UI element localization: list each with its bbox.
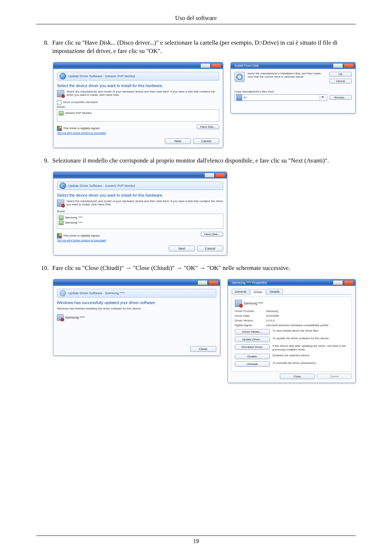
step-number: 9. <box>36 157 52 165</box>
dialog-title: Select the device driver you want to ins… <box>57 83 219 88</box>
titlebar: Samsung **** Properties <box>228 279 355 286</box>
cancel-button[interactable]: Cancel <box>317 374 352 379</box>
page-number: 19 <box>193 538 199 544</box>
rollback-driver-desc: If the device fails after updating the d… <box>273 344 348 352</box>
date-value: 4/14/2005 <box>266 314 279 317</box>
driver-details-desc: To view details about the driver files. <box>273 329 348 333</box>
list-item-text: Generic PnP Monitor <box>65 111 92 115</box>
close-button[interactable] <box>208 280 219 285</box>
breadcrumb-text: Update Driver Software - Generic PnP Mon… <box>68 74 135 78</box>
monitor-icon <box>59 111 64 115</box>
shield-icon <box>57 126 62 131</box>
update-driver-success-dialog: Update Driver Software - Samsung **** Wi… <box>53 279 220 356</box>
ifd-title: Install From Disk <box>232 64 259 67</box>
next-button[interactable]: Next <box>169 246 195 251</box>
update-driver-button[interactable]: Update Driver... <box>235 337 270 342</box>
floppy-icon <box>236 95 242 100</box>
dialog-hint: Select the manufacturer and model of you… <box>66 200 223 206</box>
device-icon <box>57 90 64 97</box>
disable-button[interactable]: Disable <box>235 354 270 359</box>
uninstall-desc: To uninstall the driver (Advanced). <box>273 361 348 365</box>
list-item[interactable]: Generic PnP Monitor <box>59 111 217 116</box>
device-icon <box>235 300 242 307</box>
dialog-title: Select the device driver you want to ins… <box>57 193 223 197</box>
step-number: 8. <box>36 39 52 56</box>
help-button[interactable] <box>333 63 343 68</box>
cancel-button[interactable]: Cancel <box>193 138 219 144</box>
close-button[interactable] <box>215 173 225 178</box>
breadcrumb: Update Driver Software - Generic PnP Mon… <box>57 181 223 190</box>
browse-button[interactable]: Browse... <box>329 95 352 100</box>
back-icon[interactable] <box>60 290 66 296</box>
version-value: 2.0.0.0 <box>266 319 275 322</box>
have-disk-button[interactable]: Have Disk... <box>197 124 219 129</box>
uninstall-button[interactable]: Uninstall <box>235 361 270 367</box>
close-button[interactable]: Close <box>280 374 315 379</box>
titlebar <box>53 172 227 178</box>
breadcrumb: Update Driver Software - Generic PnP Mon… <box>57 72 219 81</box>
driver-details-button[interactable]: Driver Details... <box>235 329 270 335</box>
copy-from-label: Copy manufacturer's files from: <box>234 90 352 93</box>
breadcrumb: Update Driver Software - Samsung **** <box>57 289 216 297</box>
list-item-text: Samsung **** <box>65 216 82 219</box>
back-icon[interactable] <box>60 73 66 79</box>
breadcrumb-text: Update Driver Software - Samsung **** <box>68 291 125 295</box>
monitor-icon <box>59 221 64 225</box>
next-button[interactable]: Next <box>165 138 191 144</box>
signer-label: Digital Signer: <box>235 324 266 327</box>
step-text: Fare clic su "Close (Chiudi)" → "Close (… <box>52 264 356 272</box>
shield-icon <box>57 233 62 238</box>
step-8: 8. Fare clic su "Have Disk... (Disco dri… <box>36 39 356 56</box>
back-icon[interactable] <box>60 182 66 189</box>
step-text: Fare clic su "Have Disk... (Disco driver… <box>52 39 356 56</box>
tab-general[interactable]: General <box>232 289 250 294</box>
minimize-button[interactable] <box>200 63 211 68</box>
device-icon <box>57 314 64 321</box>
props-title: Samsung **** Properties <box>229 281 267 284</box>
minimize-button[interactable] <box>204 173 215 178</box>
header-rule <box>36 24 356 24</box>
close-button[interactable]: Close <box>190 346 216 352</box>
list-item[interactable]: Samsung **** <box>59 215 221 220</box>
ok-button[interactable]: OK <box>329 72 352 77</box>
have-disk-button[interactable]: Have Disk... <box>201 232 223 237</box>
chevron-down-icon[interactable] <box>320 95 325 100</box>
provider-label: Driver Provider: <box>235 309 266 313</box>
page-footer: 19 <box>36 535 356 545</box>
page-header: Uso del software <box>36 15 356 22</box>
step-number: 10. <box>36 264 52 272</box>
cancel-button[interactable]: Cancel <box>197 246 223 251</box>
signed-text: This driver is digitally signed. <box>63 127 100 130</box>
update-driver-dialog-1: Update Driver Software - Generic PnP Mon… <box>53 62 223 148</box>
disable-desc: Disables the selected device. <box>273 354 348 357</box>
cancel-button[interactable]: Cancel <box>329 79 352 83</box>
list-item[interactable]: Samsung **** <box>59 220 221 225</box>
minimize-button[interactable] <box>197 280 208 285</box>
update-driver-dialog-2: Update Driver Software - Generic PnP Mon… <box>53 172 227 255</box>
signing-link[interactable]: Tell me why driver signing is important <box>57 239 106 242</box>
tab-driver[interactable]: Driver <box>250 289 266 295</box>
breadcrumb-text: Update Driver Software - Generic PnP Mon… <box>68 184 135 188</box>
compat-checkbox[interactable] <box>57 100 61 104</box>
model-list[interactable]: Generic PnP Monitor <box>57 109 219 122</box>
path-dropdown[interactable]: A:\ <box>234 94 327 101</box>
device-properties-dialog: Samsung **** Properties General Driver D… <box>228 279 356 383</box>
disk-icon <box>234 72 245 82</box>
close-button[interactable] <box>211 63 221 68</box>
rollback-driver-button[interactable]: Roll Back Driver <box>235 344 270 350</box>
provider-value: Samsung <box>266 309 278 313</box>
help-button[interactable] <box>333 280 343 285</box>
step-text: Selezionare il modello che corrisponde a… <box>52 157 356 165</box>
step10-figures: Update Driver Software - Samsung **** Wi… <box>53 279 356 383</box>
model-list[interactable]: Samsung **** Samsung **** <box>57 214 223 229</box>
close-button[interactable] <box>344 63 354 68</box>
close-button[interactable] <box>344 280 354 285</box>
signing-link[interactable]: Tell me why driver signing is important <box>57 131 106 135</box>
tab-details[interactable]: Details <box>266 289 283 294</box>
list-item-text: Samsung **** <box>65 221 82 224</box>
device-name: Samsung **** <box>65 316 85 319</box>
update-driver-desc: To update the driver software for this d… <box>273 337 348 340</box>
titlebar <box>53 279 220 286</box>
list-label: Model <box>57 210 223 213</box>
path-value: A:\ <box>244 96 247 99</box>
